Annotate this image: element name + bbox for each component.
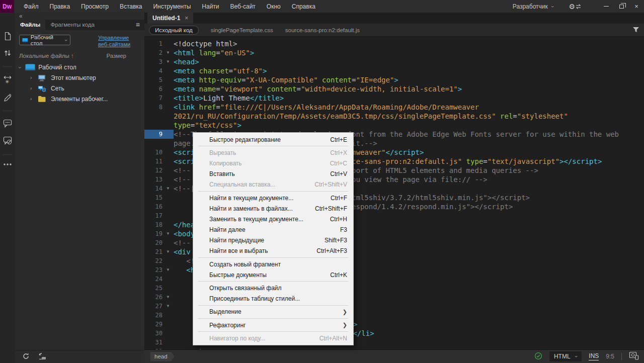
tree-item-computer[interactable]: ›Этот компьютер xyxy=(15,72,144,83)
close-button[interactable]: × xyxy=(629,0,644,13)
panel-menu-icon[interactable]: ≡ xyxy=(131,20,144,30)
remove-comment-icon[interactable] xyxy=(3,136,13,145)
context-menu-item[interactable]: Открыть связанный файл xyxy=(193,283,353,293)
context-menu-item[interactable]: Навигатор по коду...Ctrl+Alt+N xyxy=(193,333,353,343)
code-line[interactable]: 4<meta charset="utf-8"> xyxy=(144,66,644,75)
open-documents-icon[interactable] xyxy=(4,32,12,41)
context-menu-item[interactable]: Специальная вставка...Ctrl+Shift+V xyxy=(193,179,353,190)
context-menu-item[interactable]: Найти предыдущиеShift+F3 xyxy=(193,235,353,246)
menubar-item[interactable]: Файл xyxy=(18,1,44,13)
file-management-icon[interactable] xyxy=(4,49,12,57)
fold-spacer xyxy=(163,211,174,220)
fold-arrow-icon[interactable]: ▼ xyxy=(163,184,174,193)
files-panel: « ФайлыФрагменты кода≡ Рабочий стол › Уп… xyxy=(15,13,144,363)
panel-tab-files[interactable]: Файлы xyxy=(15,20,45,30)
code-token: > xyxy=(458,85,462,93)
tree-item-label: Рабочий стол xyxy=(38,64,76,71)
menubar-item[interactable]: Справка xyxy=(286,1,321,13)
fold-spacer xyxy=(163,130,174,139)
chevron-collapsed-icon[interactable]: › xyxy=(30,85,38,91)
fold-arrow-icon[interactable]: ▼ xyxy=(163,48,174,57)
extract-icon[interactable]: ✳ xyxy=(3,75,12,84)
context-menu-item[interactable]: Найти все и выбратьCtrl+Alt+F3 xyxy=(193,246,353,256)
context-menu-item[interactable]: Быстрое редактированиеCtrl+E xyxy=(193,134,353,145)
menubar-item[interactable]: Правка xyxy=(44,1,76,13)
filter-icon[interactable] xyxy=(632,27,639,34)
insert-mode-toggle[interactable]: INS xyxy=(589,352,599,360)
site-select[interactable]: Рабочий стол › xyxy=(19,35,70,45)
code-token: lang xyxy=(195,49,216,57)
tree-item-label: Сеть xyxy=(51,85,64,92)
code-token: href xyxy=(195,103,216,111)
context-menu-item[interactable]: Найти и заменить в файлах...Ctrl+Shift+F xyxy=(193,203,353,214)
chevron-collapsed-icon[interactable]: › xyxy=(30,75,38,80)
context-menu-item[interactable]: Найти далееF3 xyxy=(193,225,353,235)
tree-item-folder[interactable]: ›Элементы рабочег... xyxy=(15,94,144,104)
minimize-button[interactable] xyxy=(599,0,614,13)
code-line[interactable]: 3▼<head> xyxy=(144,57,644,66)
fold-arrow-icon[interactable]: ▼ xyxy=(163,247,174,256)
menubar-item[interactable]: Окно xyxy=(261,1,286,13)
preview-devices-icon[interactable] xyxy=(629,351,639,361)
menubar-item[interactable]: Вставка xyxy=(114,1,148,13)
collapse-panel-icon[interactable]: « xyxy=(15,13,144,20)
lint-ok-icon[interactable] xyxy=(534,352,542,361)
fold-arrow-icon[interactable]: ▼ xyxy=(163,265,174,275)
code-line[interactable]: 7<title>Light Theme</title> xyxy=(144,94,644,103)
code-line[interactable]: 1<!doctype html> xyxy=(144,39,644,48)
context-menu-item[interactable]: ВставитьCtrl+V xyxy=(193,169,353,179)
related-file[interactable]: singlePageTemplate.css xyxy=(211,27,273,33)
context-menu-item[interactable]: ВырезатьCtrl+X xyxy=(193,147,353,158)
code-line[interactable]: 5<meta http-equiv="X-UA-Compatible" cont… xyxy=(144,75,644,84)
context-menu-shortcut: Ctrl+H xyxy=(330,216,347,223)
context-menu-item-label: Вырезать xyxy=(209,149,236,156)
tag-selector[interactable]: head xyxy=(150,352,175,361)
fold-arrow-icon[interactable]: ▼ xyxy=(163,229,174,238)
chevron-collapsed-icon[interactable]: › xyxy=(30,96,38,102)
context-menu-item[interactable]: Быстрые документыCtrl+K xyxy=(193,269,353,280)
refresh-icon[interactable] xyxy=(22,352,30,361)
workspace-switcher[interactable]: Разработчик › xyxy=(513,3,554,10)
menubar-item[interactable]: Найти xyxy=(196,1,224,13)
line-number: 16 xyxy=(144,202,163,211)
panel-tab-snippets[interactable]: Фрагменты кода xyxy=(45,20,100,30)
context-menu-item[interactable]: Рефакторинг❯ xyxy=(193,320,353,330)
code-line[interactable]: 8<link href="file:///C|/Users/Aleksandr/… xyxy=(144,103,644,130)
close-tab-icon[interactable]: × xyxy=(185,15,188,22)
gear-sync-icon[interactable]: ⚙ xyxy=(569,3,582,11)
get-files-icon[interactable] xyxy=(38,352,46,361)
menubar-item[interactable]: Инструменты xyxy=(147,1,196,13)
related-file[interactable]: Исходный код xyxy=(149,26,199,35)
context-menu-item[interactable]: Присоединить таблицу стилей... xyxy=(193,294,353,304)
related-file[interactable]: source-sans-pro:n2:default.js xyxy=(285,27,360,33)
code-tools-icon[interactable] xyxy=(3,93,12,102)
fold-arrow-icon[interactable]: ▼ xyxy=(163,293,174,302)
menubar-item[interactable]: Просмотр xyxy=(75,1,114,13)
column-size[interactable]: Размер xyxy=(106,53,126,59)
line-number: 18 xyxy=(144,220,163,229)
code-line[interactable]: 2▼<html lang="en-US"> xyxy=(144,48,644,57)
fold-arrow-icon[interactable]: ▼ xyxy=(163,302,174,311)
menubar-item[interactable]: Веб-сайт xyxy=(225,1,261,13)
line-gutter: 17 xyxy=(144,211,174,220)
document-tab-title: Untitled-1 xyxy=(152,15,180,22)
restore-button[interactable] xyxy=(614,0,629,13)
chevron-expanded-icon[interactable]: › xyxy=(17,67,23,68)
menu-separator xyxy=(198,305,348,306)
context-menu-item[interactable]: Найти в текущем документе...Ctrl+F xyxy=(193,193,353,203)
document-tab[interactable]: Untitled-1 × xyxy=(147,13,193,24)
context-menu-item[interactable]: Заменить в текущем документе...Ctrl+H xyxy=(193,214,353,224)
context-menu-item[interactable]: Выделение❯ xyxy=(193,307,353,317)
context-menu-item[interactable]: Создать новый фрагмент xyxy=(193,259,353,269)
column-local-files[interactable]: Локальные файлы ↑ xyxy=(19,53,74,59)
context-menu-item[interactable]: КопироватьCtrl+C xyxy=(193,158,353,168)
tree-item-desktop[interactable]: ›Рабочий стол xyxy=(15,62,144,72)
apply-comment-icon[interactable] xyxy=(3,119,13,128)
more-tools-icon[interactable] xyxy=(3,163,12,166)
code-line[interactable]: 6<meta name="viewport" content="width=de… xyxy=(144,84,644,94)
manage-sites-link[interactable]: Управление веб-сайтами xyxy=(98,35,139,48)
doctype-select[interactable]: HTML › xyxy=(549,351,582,361)
fold-arrow-icon[interactable]: ▼ xyxy=(163,57,174,66)
tree-item-network[interactable]: ›Сеть xyxy=(15,83,144,94)
menu-separator xyxy=(198,257,348,258)
